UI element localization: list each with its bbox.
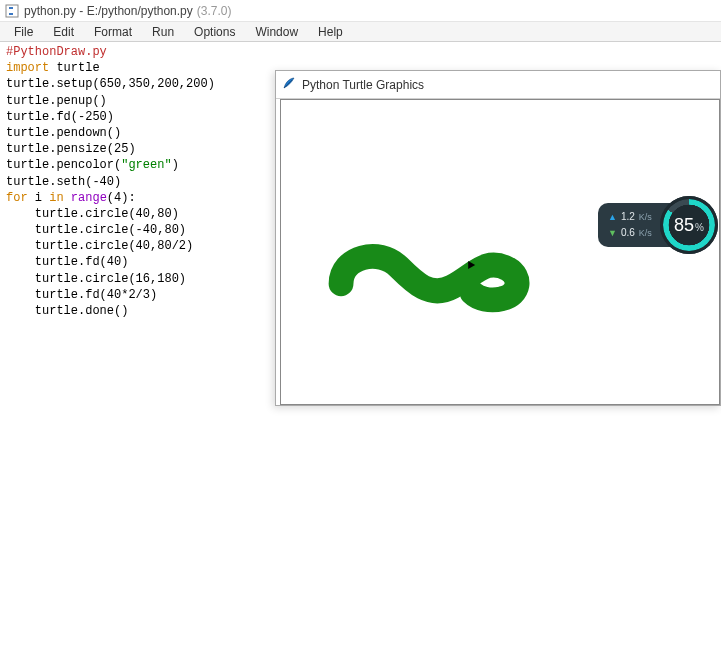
up-arrow-icon: ▲ bbox=[608, 210, 617, 224]
download-speed: ▼ 0.6K/s bbox=[608, 225, 652, 241]
upload-speed: ▲ 1.2K/s bbox=[608, 209, 652, 225]
menu-options[interactable]: Options bbox=[184, 23, 245, 41]
code-line: turtle.pencolor( bbox=[6, 158, 121, 172]
titlebar: python.py - E:/python/python.py (3.7.0) bbox=[0, 0, 721, 22]
code-line: turtle.fd(40*2/3) bbox=[6, 288, 157, 302]
menu-window[interactable]: Window bbox=[245, 23, 308, 41]
code-line: turtle.circle(16,180) bbox=[6, 272, 186, 286]
menubar: File Edit Format Run Options Window Help bbox=[0, 22, 721, 42]
menu-format[interactable]: Format bbox=[84, 23, 142, 41]
code-line: turtle.circle(40,80/2) bbox=[6, 239, 193, 253]
code-kw: in bbox=[49, 191, 63, 205]
code-line: turtle.pensize(25) bbox=[6, 142, 136, 156]
down-arrow-icon: ▼ bbox=[608, 226, 617, 240]
code-line: turtle.penup() bbox=[6, 94, 107, 108]
code-line: turtle.done() bbox=[6, 304, 128, 318]
code-line: turtle.fd(-250) bbox=[6, 110, 114, 124]
gauge-ring bbox=[663, 199, 715, 251]
code-str: "green" bbox=[121, 158, 171, 172]
code-line: turtle bbox=[49, 61, 99, 75]
gauge-widget[interactable]: 85% bbox=[660, 196, 718, 254]
code-kw: import bbox=[6, 61, 49, 75]
window-title: python.py - E:/python/python.py bbox=[24, 4, 193, 18]
python-file-icon bbox=[4, 3, 20, 19]
menu-edit[interactable]: Edit bbox=[43, 23, 84, 41]
svg-rect-0 bbox=[6, 5, 18, 17]
code-builtin: range bbox=[71, 191, 107, 205]
turtle-window-title: Python Turtle Graphics bbox=[302, 78, 424, 92]
system-monitor-overlay[interactable]: ▲ 1.2K/s ▼ 0.6K/s 85% bbox=[598, 190, 721, 260]
download-unit: K/s bbox=[639, 226, 652, 240]
menu-help[interactable]: Help bbox=[308, 23, 353, 41]
code-line: (4): bbox=[107, 191, 136, 205]
code-line: #PythonDraw.py bbox=[6, 45, 107, 59]
menu-file[interactable]: File bbox=[4, 23, 43, 41]
download-value: 0.6 bbox=[621, 225, 635, 241]
code-kw: for bbox=[6, 191, 28, 205]
code-line: turtle.setup(650,350,200,200) bbox=[6, 77, 215, 91]
code-line: ) bbox=[172, 158, 179, 172]
window-version: (3.7.0) bbox=[197, 4, 232, 18]
code-line: turtle.seth(-40) bbox=[6, 175, 121, 189]
upload-value: 1.2 bbox=[621, 209, 635, 225]
turtle-titlebar[interactable]: Python Turtle Graphics bbox=[276, 71, 720, 99]
code-line: turtle.pendown() bbox=[6, 126, 121, 140]
code-line: i bbox=[28, 191, 50, 205]
code-line: turtle.circle(-40,80) bbox=[6, 223, 186, 237]
code-line: turtle.fd(40) bbox=[6, 255, 128, 269]
code-line: turtle.circle(40,80) bbox=[6, 207, 179, 221]
menu-run[interactable]: Run bbox=[142, 23, 184, 41]
turtle-feather-icon bbox=[282, 76, 296, 93]
upload-unit: K/s bbox=[639, 210, 652, 224]
code-line bbox=[64, 191, 71, 205]
